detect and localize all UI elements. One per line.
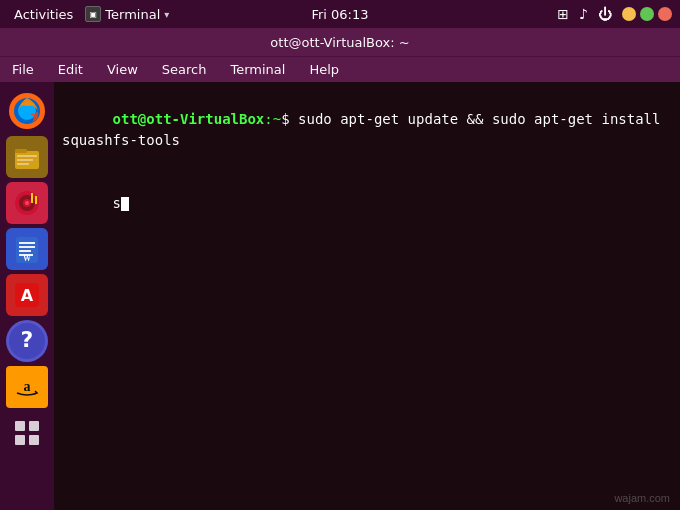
sidebar-icon-firefox[interactable]	[6, 90, 48, 132]
svg-rect-30	[29, 435, 39, 445]
menu-help[interactable]: Help	[305, 60, 343, 79]
terminal-prompt-dollar: $	[281, 111, 289, 127]
system-bar-time: Fri 06:13	[311, 7, 368, 22]
svg-rect-16	[19, 242, 35, 244]
svg-text:a: a	[24, 379, 31, 394]
maximize-button[interactable]	[640, 7, 654, 21]
svg-rect-7	[17, 163, 29, 165]
terminal-indicator-label: Terminal	[105, 7, 160, 22]
main-area: W A ? a	[0, 82, 680, 510]
terminal-area[interactable]: ott@ott-VirtualBox:~$ sudo apt-get updat…	[54, 82, 680, 510]
sidebar: W A ? a	[0, 82, 54, 510]
terminal-command-wrap: s	[113, 195, 121, 211]
svg-rect-5	[17, 155, 37, 157]
system-bar-right: ⊞ ♪ ⏻	[557, 6, 672, 22]
svg-rect-29	[15, 435, 25, 445]
close-button[interactable]	[658, 7, 672, 21]
watermark: wajam.com	[614, 492, 670, 504]
sidebar-icon-files[interactable]	[6, 136, 48, 178]
svg-text:W: W	[23, 254, 31, 263]
sidebar-icon-libreoffice[interactable]: W	[6, 228, 48, 270]
sidebar-icon-appstore[interactable]: A	[6, 274, 48, 316]
svg-rect-12	[31, 193, 33, 203]
terminal-small-icon: ▣	[85, 6, 101, 22]
dropdown-arrow-icon: ▾	[164, 9, 169, 20]
menu-search[interactable]: Search	[158, 60, 211, 79]
svg-rect-4	[15, 149, 27, 153]
volume-icon[interactable]: ♪	[579, 6, 588, 22]
svg-text:?: ?	[21, 327, 34, 352]
terminal-line-2: s	[62, 172, 672, 235]
sidebar-icon-amazon[interactable]: a	[6, 366, 48, 408]
network-icon[interactable]: ⊞	[557, 6, 569, 22]
menu-view[interactable]: View	[103, 60, 142, 79]
svg-text:A: A	[21, 286, 34, 305]
title-bar: ott@ott-VirtualBox: ~	[0, 28, 680, 56]
terminal-indicator[interactable]: ▣ Terminal ▾	[85, 6, 169, 22]
sidebar-icon-music[interactable]	[6, 182, 48, 224]
menu-terminal[interactable]: Terminal	[226, 60, 289, 79]
power-icon[interactable]: ⏻	[598, 6, 612, 22]
menu-file[interactable]: File	[8, 60, 38, 79]
terminal-prompt-user: ott@ott-VirtualBox	[113, 111, 265, 127]
svg-rect-18	[19, 250, 31, 252]
sidebar-icon-apps[interactable]	[6, 412, 48, 454]
terminal-line-1: ott@ott-VirtualBox:~$ sudo apt-get updat…	[62, 88, 672, 172]
sidebar-icon-help[interactable]: ?	[6, 320, 48, 362]
svg-rect-27	[15, 421, 25, 431]
svg-point-11	[25, 201, 29, 205]
window-controls	[622, 7, 672, 21]
minimize-button[interactable]	[622, 7, 636, 21]
system-bar-left: Activities ▣ Terminal ▾	[8, 5, 169, 24]
system-bar: Activities ▣ Terminal ▾ Fri 06:13 ⊞ ♪ ⏻	[0, 0, 680, 28]
svg-rect-28	[29, 421, 39, 431]
activities-button[interactable]: Activities	[8, 5, 79, 24]
menu-bar: File Edit View Search Terminal Help	[0, 56, 680, 82]
terminal-prompt-path: :~	[264, 111, 281, 127]
svg-rect-13	[35, 196, 37, 204]
svg-rect-17	[19, 246, 35, 248]
terminal-cursor	[121, 197, 129, 211]
window-title: ott@ott-VirtualBox: ~	[270, 35, 409, 50]
menu-edit[interactable]: Edit	[54, 60, 87, 79]
svg-rect-6	[17, 159, 33, 161]
